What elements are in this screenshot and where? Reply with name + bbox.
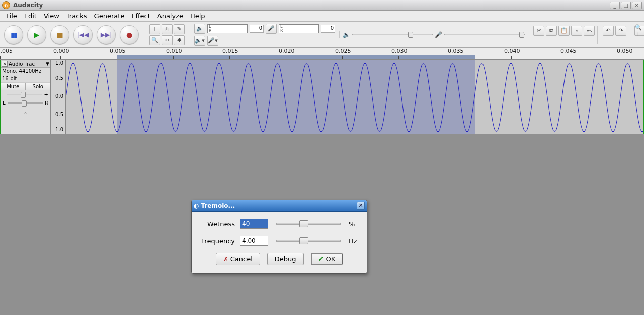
draw-tool[interactable]: ✎ <box>174 24 185 34</box>
scale-label: -0.5 <box>53 112 63 117</box>
frequency-unit: Hz <box>349 237 359 245</box>
pan-slider[interactable] <box>8 102 43 104</box>
record-source-icon[interactable]: 🎤 <box>266 24 277 34</box>
skip-start-icon: |◀◀ <box>77 31 89 38</box>
window-minimize-button[interactable]: _ <box>610 2 620 9</box>
track-menu-dropdown[interactable]: ▼ <box>46 61 49 66</box>
gain-slider[interactable] <box>7 94 42 95</box>
wetness-slider[interactable] <box>276 223 341 225</box>
dialog-title: Tremolo... <box>201 202 357 209</box>
window-titlebar: ◐ Audacity _ □ ✕ <box>0 0 644 11</box>
scale-label: 0.0 <box>55 93 63 99</box>
menu-edit[interactable]: Edit <box>21 11 40 21</box>
zoom-tool[interactable]: 🔍 <box>149 35 160 45</box>
gain-plus-label: + <box>44 92 48 97</box>
silence-button[interactable]: ⧟ <box>584 26 595 36</box>
scale-label: -1.0 <box>53 127 63 132</box>
trim-button[interactable]: ⧞ <box>571 26 582 36</box>
menu-analyze[interactable]: Analyze <box>154 11 186 21</box>
track-collapse-handle[interactable]: ▵ <box>1 108 50 115</box>
skip-end-button[interactable]: ▶▶| <box>97 25 116 44</box>
dialog-close-button[interactable]: ✕ <box>357 202 365 210</box>
playback-volume-icon[interactable]: 🔈 <box>194 24 205 34</box>
paste-button[interactable]: 📋 <box>558 26 570 36</box>
debug-button[interactable]: Debug <box>267 253 304 265</box>
timeshift-tool[interactable]: ↔ <box>162 35 173 45</box>
solo-button[interactable]: Solo <box>26 83 51 90</box>
waveform-svg <box>66 60 643 134</box>
redo-button[interactable]: ↷ <box>615 26 626 36</box>
mic-icon: 🎤 <box>435 31 442 38</box>
dialog-app-icon: ◐ <box>194 202 199 209</box>
cut-button[interactable]: ✂ <box>533 26 544 36</box>
input-device-dropdown[interactable]: 🎤▾ <box>207 36 218 46</box>
frequency-input[interactable] <box>240 236 268 246</box>
mute-button[interactable]: Mute <box>1 83 26 90</box>
skip-end-icon: ▶▶| <box>101 31 112 38</box>
cancel-icon: ✗ <box>223 256 228 263</box>
play-button[interactable]: ▶ <box>27 25 46 44</box>
output-device-dropdown[interactable]: 🔈▾ <box>194 36 205 46</box>
stop-icon: ■ <box>56 31 63 39</box>
edit-toolbar: ✂ ⧉ 📋 ⧞ ⧟ ↶ ↷ 🔍+ 🔍- ⇲ ⇱ <box>529 26 644 44</box>
toolbar-area: ▮▮ ▶ ■ |◀◀ ▶▶| ● I ≋ ✎ 🔍 ↔ ✱ 🔈 LR 0 🎤 LR… <box>0 22 644 48</box>
meters: 🔈 LR 0 🎤 LR 0 🔈▾ 🎤▾ <box>190 24 335 46</box>
menu-generate[interactable]: Generate <box>91 11 128 21</box>
menu-view[interactable]: View <box>41 11 62 21</box>
playback-meter[interactable]: LR <box>207 24 248 33</box>
pause-icon: ▮▮ <box>11 31 16 39</box>
track-name[interactable]: Audio Trac <box>9 61 46 67</box>
wetness-input[interactable] <box>240 219 268 229</box>
window-close-button[interactable]: ✕ <box>632 2 642 9</box>
track-close-button[interactable]: × <box>2 61 8 67</box>
window-title: Audacity <box>13 2 610 9</box>
wetness-label: Wetness <box>200 220 235 228</box>
playback-volume-slider-group: 🔈 🎤 <box>339 31 525 38</box>
track-area: × Audio Trac ▼ Mono, 44100Hz 16-bit Mute… <box>0 60 644 134</box>
dialog-titlebar[interactable]: ◐ Tremolo... ✕ <box>192 200 367 212</box>
track-control-panel: × Audio Trac ▼ Mono, 44100Hz 16-bit Mute… <box>1 60 51 134</box>
playback-volume-slider[interactable] <box>352 34 433 35</box>
selection-tool[interactable]: I <box>149 24 160 34</box>
ok-button[interactable]: ✔OK <box>311 253 343 265</box>
play-icon: ▶ <box>34 31 40 39</box>
pan-right-label: R <box>45 100 48 106</box>
speaker-icon: 🔈 <box>343 31 350 38</box>
cancel-button[interactable]: ✗Cancel <box>216 253 260 265</box>
multi-tool[interactable]: ✱ <box>174 35 185 45</box>
undo-button[interactable]: ↶ <box>603 26 614 36</box>
timeline-ruler[interactable]: - 0.0050.0000.0050.0100.0150.0200.0250.0… <box>0 48 644 60</box>
record-button[interactable]: ● <box>120 25 139 44</box>
transport-controls: ▮▮ ▶ ■ |◀◀ ▶▶| ● <box>2 23 141 46</box>
scale-label: 1.0 <box>55 60 63 66</box>
frequency-label: Frequency <box>200 237 235 245</box>
skip-start-button[interactable]: |◀◀ <box>73 25 93 44</box>
playback-level-value: 0 <box>250 25 264 33</box>
menu-bar: File Edit View Tracks Generate Effect An… <box>0 11 644 22</box>
pause-button[interactable]: ▮▮ <box>4 25 23 44</box>
input-volume-slider[interactable] <box>444 34 525 35</box>
tool-palette: I ≋ ✎ 🔍 ↔ ✱ <box>145 23 186 46</box>
pan-left-label: L <box>3 100 6 106</box>
scale-label: 0.5 <box>55 75 63 81</box>
stop-button[interactable]: ■ <box>50 25 69 44</box>
gain-minus-label: - <box>3 92 5 97</box>
wetness-unit: % <box>349 220 359 228</box>
record-meter[interactable]: LR <box>279 24 319 33</box>
menu-tracks[interactable]: Tracks <box>63 11 90 21</box>
app-icon: ◐ <box>2 1 10 9</box>
waveform-view[interactable] <box>66 60 643 134</box>
copy-button[interactable]: ⧉ <box>546 26 557 36</box>
frequency-slider[interactable] <box>276 240 341 242</box>
zoom-in-button[interactable]: 🔍+ <box>634 26 644 36</box>
window-maximize-button[interactable]: □ <box>621 2 631 9</box>
track-format-line1: Mono, 44100Hz <box>1 68 50 75</box>
envelope-tool[interactable]: ≋ <box>162 24 173 34</box>
ok-icon: ✔ <box>318 255 324 263</box>
track-format-line2: 16-bit <box>1 75 50 83</box>
menu-file[interactable]: File <box>3 11 20 21</box>
amplitude-scale: 1.0 0.5 0.0 -0.5 -1.0 <box>51 60 66 134</box>
record-level-value: 0 <box>321 25 335 33</box>
menu-help[interactable]: Help <box>187 11 208 21</box>
menu-effect[interactable]: Effect <box>128 11 153 21</box>
